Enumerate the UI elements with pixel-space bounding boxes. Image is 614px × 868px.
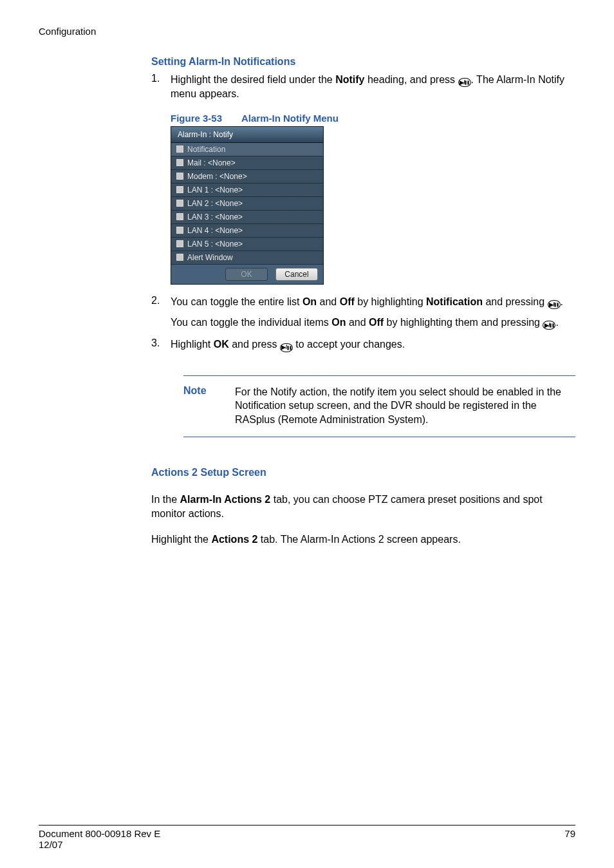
checkbox-icon[interactable] bbox=[176, 213, 183, 220]
menu-row-lan1[interactable]: LAN 1 : <None> bbox=[171, 184, 323, 197]
main-content: Setting Alarm-In Notifications 1. Highli… bbox=[151, 56, 575, 546]
text-fragment: by highlighting them and pressing bbox=[384, 317, 543, 328]
footer-date: 12/07 bbox=[39, 839, 160, 850]
text-bold: Actions 2 bbox=[211, 534, 257, 545]
menu-row-label: Modem : <None> bbox=[187, 172, 247, 181]
step-number: 1. bbox=[151, 73, 171, 101]
text-fragment: heading, and press bbox=[365, 74, 458, 85]
step-number: 3. bbox=[151, 337, 171, 352]
step-1: 1. Highlight the desired field under the… bbox=[151, 73, 575, 101]
text-fragment: Highlight bbox=[171, 339, 214, 350]
menu-row-modem[interactable]: Modem : <None> bbox=[171, 170, 323, 184]
step-2-continuation: You can toggle the individual items On a… bbox=[171, 316, 575, 330]
step-text: Highlight the desired field under the No… bbox=[171, 73, 575, 101]
menu-row-notification[interactable]: Notification bbox=[171, 143, 323, 156]
footer-doc-id: Document 800-00918 Rev E bbox=[39, 828, 160, 839]
paragraph: In the Alarm-In Actions 2 tab, you can c… bbox=[151, 493, 575, 520]
text-bold: On bbox=[331, 317, 346, 328]
menu-row-label: Notification bbox=[187, 145, 225, 154]
text-fragment: Highlight the bbox=[151, 534, 211, 545]
menu-footer: OK Cancel bbox=[171, 265, 323, 284]
checkbox-icon[interactable] bbox=[176, 159, 183, 166]
text-fragment: . bbox=[561, 296, 563, 307]
checkbox-icon[interactable] bbox=[176, 146, 183, 153]
text-bold: Off bbox=[340, 296, 355, 307]
checkbox-icon[interactable] bbox=[176, 227, 183, 234]
checkbox-icon[interactable] bbox=[176, 186, 183, 193]
figure-title: Alarm-In Notify Menu bbox=[241, 113, 339, 124]
note-text: For the Notify action, the notify item y… bbox=[235, 385, 575, 427]
menu-row-lan3[interactable]: LAN 3 : <None> bbox=[171, 211, 323, 224]
note-box: Note For the Notify action, the notify i… bbox=[183, 375, 575, 438]
menu-row-label: LAN 3 : <None> bbox=[187, 212, 243, 222]
menu-title-bar: Alarm-In : Notify bbox=[171, 127, 323, 143]
menu-row-alert-window[interactable]: Alert Window bbox=[171, 251, 323, 265]
text-bold: Off bbox=[369, 317, 384, 328]
text-bold: Notify bbox=[335, 74, 364, 85]
menu-row-lan4[interactable]: LAN 4 : <None> bbox=[171, 224, 323, 238]
text-fragment: and pressing bbox=[483, 296, 548, 307]
figure-number: Figure 3-53 bbox=[171, 113, 222, 124]
step-number: 2. bbox=[151, 295, 171, 309]
page-footer: Document 800-00918 Rev E 12/07 79 bbox=[39, 825, 575, 850]
cancel-button[interactable]: Cancel bbox=[275, 268, 318, 281]
text-bold: Notification bbox=[426, 296, 483, 307]
figure-caption: Figure 3-53Alarm-In Notify Menu bbox=[171, 113, 575, 124]
checkbox-icon[interactable] bbox=[176, 200, 183, 207]
menu-row-lan2[interactable]: LAN 2 : <None> bbox=[171, 197, 323, 211]
menu-row-mail[interactable]: Mail : <None> bbox=[171, 156, 323, 170]
running-header: Configuration bbox=[39, 26, 575, 37]
text-fragment: by highlighting bbox=[355, 296, 426, 307]
text-fragment: and bbox=[346, 317, 369, 328]
text-fragment: . bbox=[555, 317, 558, 328]
text-fragment: You can toggle the entire list bbox=[171, 296, 302, 307]
menu-row-label: LAN 1 : <None> bbox=[187, 185, 243, 194]
ok-button[interactable]: OK bbox=[225, 268, 268, 281]
text-bold: OK bbox=[214, 339, 229, 350]
text-fragment: to accept your changes. bbox=[293, 339, 405, 350]
menu-row-label: LAN 4 : <None> bbox=[187, 226, 243, 235]
paragraph: Highlight the Actions 2 tab. The Alarm-I… bbox=[151, 533, 575, 547]
step-3: 3. Highlight OK and press to accept your… bbox=[151, 337, 575, 352]
menu-row-label: Alert Window bbox=[187, 253, 233, 262]
text-bold: Alarm-In Actions 2 bbox=[180, 494, 270, 505]
checkbox-icon[interactable] bbox=[176, 240, 183, 247]
play-pause-icon bbox=[548, 300, 561, 309]
step-text: Highlight OK and press to accept your ch… bbox=[171, 337, 575, 352]
text-fragment: tab. The Alarm-In Actions 2 screen appea… bbox=[257, 534, 460, 545]
text-fragment: In the bbox=[151, 494, 180, 505]
menu-row-label: LAN 2 : <None> bbox=[187, 199, 243, 208]
footer-page-number: 79 bbox=[564, 828, 575, 850]
menu-row-lan5[interactable]: LAN 5 : <None> bbox=[171, 238, 323, 251]
text-fragment: You can toggle the individual items bbox=[171, 317, 331, 328]
menu-row-label: LAN 5 : <None> bbox=[187, 240, 243, 249]
play-pause-icon bbox=[280, 343, 293, 352]
footer-left: Document 800-00918 Rev E 12/07 bbox=[39, 828, 160, 850]
play-pause-icon bbox=[458, 78, 471, 87]
step-2: 2. You can toggle the entire list On and… bbox=[151, 295, 575, 309]
text-fragment: and bbox=[317, 296, 340, 307]
step-text: You can toggle the entire list On and Of… bbox=[171, 295, 575, 309]
checkbox-icon[interactable] bbox=[176, 173, 183, 180]
menu-row-label: Mail : <None> bbox=[187, 158, 236, 167]
note-label: Note bbox=[183, 385, 235, 427]
text-fragment: Highlight the desired field under the bbox=[171, 74, 335, 85]
section-heading-2: Actions 2 Setup Screen bbox=[151, 467, 575, 478]
play-pause-icon bbox=[543, 321, 555, 330]
alarm-in-notify-menu: Alarm-In : Notify Notification Mail : <N… bbox=[171, 126, 324, 285]
section-heading-1: Setting Alarm-In Notifications bbox=[151, 56, 575, 68]
checkbox-icon[interactable] bbox=[176, 254, 183, 261]
text-fragment: and press bbox=[229, 339, 280, 350]
text-bold: On bbox=[302, 296, 317, 307]
